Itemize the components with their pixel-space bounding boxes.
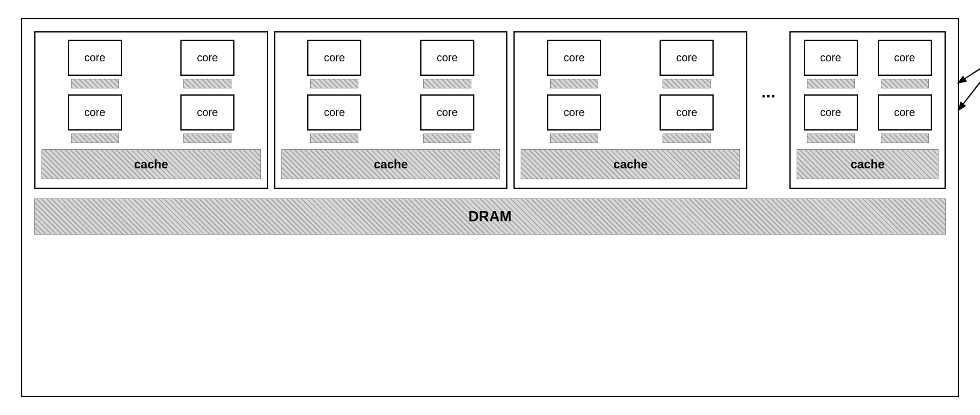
core-cache-small bbox=[881, 134, 929, 143]
core-box: core bbox=[68, 40, 122, 76]
core-cache-small bbox=[423, 79, 471, 88]
core-box: core bbox=[878, 94, 932, 131]
core-cache-small bbox=[663, 79, 711, 88]
core-box: core bbox=[307, 40, 361, 76]
core-cache-small bbox=[71, 79, 119, 88]
chip-1-core-1: core bbox=[41, 40, 148, 88]
core-box: core bbox=[660, 40, 714, 76]
core-cache-small bbox=[183, 134, 231, 143]
chip-3: core core core bbox=[513, 31, 747, 189]
core-box: core bbox=[180, 94, 234, 131]
chip-1-core-4: core bbox=[154, 94, 260, 143]
core-box: core bbox=[878, 40, 932, 76]
core-box: core bbox=[547, 40, 601, 76]
chip-1-core-2: core bbox=[154, 40, 260, 88]
chip-3-core-4: core bbox=[634, 94, 740, 143]
chip-4-cache: cache bbox=[797, 149, 939, 179]
main-diagram: core core core bbox=[21, 18, 959, 397]
core-cache-small bbox=[807, 79, 855, 88]
arrow-svg bbox=[953, 49, 980, 121]
core-cache-small bbox=[881, 79, 929, 88]
ellipsis: ... bbox=[753, 82, 783, 102]
chip-1-cache: cache bbox=[41, 149, 261, 179]
core-box: core bbox=[68, 94, 122, 131]
chip-3-cache: cache bbox=[521, 149, 740, 179]
core-cache-small bbox=[807, 134, 855, 143]
chip-2-core-4: core bbox=[394, 94, 500, 143]
chip-2-core-3: core bbox=[281, 94, 388, 143]
svg-line-1 bbox=[959, 55, 980, 109]
chip-4-core-1: core bbox=[797, 40, 865, 88]
chip-4-cores-grid: core core core bbox=[797, 40, 939, 143]
core-cache-small bbox=[310, 79, 358, 88]
dram-bar: DRAM bbox=[34, 198, 946, 235]
cache-annotation: cache bbox=[953, 49, 980, 121]
core-box: core bbox=[307, 94, 361, 131]
core-cache-small bbox=[183, 79, 231, 88]
chip-2-cores-grid: core core core bbox=[281, 40, 501, 143]
core-cache-small bbox=[71, 134, 119, 143]
chip-2-core-2: core bbox=[394, 40, 500, 88]
chip-1-cores-grid: core core core bbox=[41, 40, 261, 143]
chip-4: core core core bbox=[789, 31, 946, 189]
chip-4-core-2: core bbox=[871, 40, 939, 88]
svg-line-0 bbox=[959, 55, 980, 82]
chip-1: core core core bbox=[34, 31, 268, 189]
core-box: core bbox=[804, 40, 858, 76]
chip-4-core-3: core bbox=[797, 94, 865, 143]
core-box: core bbox=[180, 40, 234, 76]
chip-4-core-4: core bbox=[871, 94, 939, 143]
chip-4-wrapper: core core core bbox=[789, 31, 946, 189]
chip-3-cores-grid: core core core bbox=[521, 40, 740, 143]
core-cache-small bbox=[663, 134, 711, 143]
chip-3-core-1: core bbox=[521, 40, 627, 88]
core-box: core bbox=[420, 40, 474, 76]
chip-3-core-2: core bbox=[634, 40, 740, 88]
core-box: core bbox=[547, 94, 601, 131]
core-box: core bbox=[660, 94, 714, 131]
core-box: core bbox=[804, 94, 858, 131]
chip-2-cache: cache bbox=[281, 149, 501, 179]
core-cache-small bbox=[423, 134, 471, 143]
chips-row: core core core bbox=[34, 31, 946, 189]
core-cache-small bbox=[550, 134, 598, 143]
chip-2-core-1: core bbox=[281, 40, 388, 88]
chip-3-core-3: core bbox=[521, 94, 627, 143]
chip-1-core-3: core bbox=[41, 94, 148, 143]
core-cache-small bbox=[550, 79, 598, 88]
chip-2: core core core bbox=[274, 31, 508, 189]
core-box: core bbox=[420, 94, 474, 131]
core-cache-small bbox=[310, 134, 358, 143]
